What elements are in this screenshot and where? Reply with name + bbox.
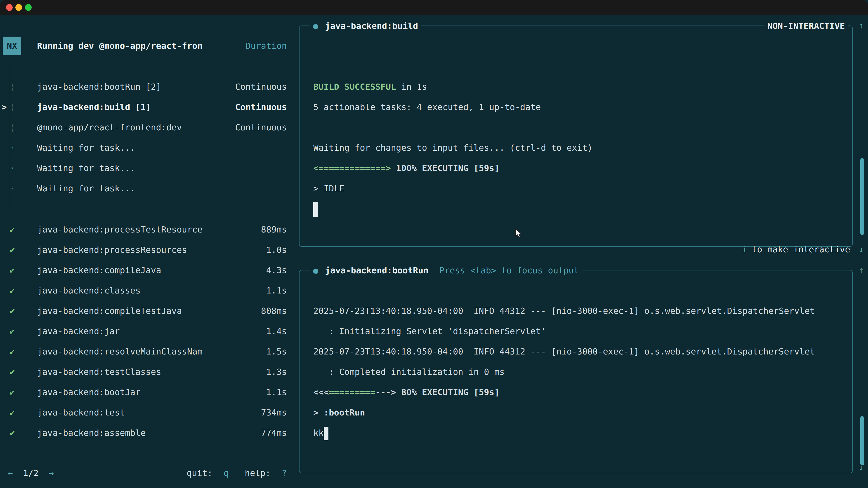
task-duration: 4.3s xyxy=(266,260,287,281)
terminal-cursor xyxy=(324,427,329,440)
task-row-waiting[interactable]: · Waiting for task... xyxy=(0,138,299,158)
build-waiting-line: Waiting for changes to input files... (c… xyxy=(313,138,852,158)
blank-line xyxy=(313,117,852,138)
task-status: Continuous xyxy=(235,97,287,117)
terminal-cursor xyxy=(313,202,318,217)
scroll-up-icon[interactable]: ↑ xyxy=(856,15,867,36)
completed-task-list: ✔ java-backend:processTestResource 889ms… xyxy=(0,219,299,443)
completed-task-row[interactable]: ✔ java-backend:bootJar 1.1s xyxy=(0,382,299,402)
interactive-hint-text: to make interactive xyxy=(747,239,850,260)
task-name: java-backend:bootJar xyxy=(37,382,266,402)
quit-label: quit: xyxy=(187,468,213,478)
completed-task-row[interactable]: ✔ java-backend:test 734ms xyxy=(0,402,299,423)
task-duration: 808ms xyxy=(261,301,287,321)
quit-key[interactable]: q xyxy=(223,468,229,478)
build-output: BUILD SUCCESSFUL in 1s 5 actionable task… xyxy=(300,26,852,246)
task-row-waiting[interactable]: · Waiting for task... xyxy=(0,158,299,178)
task-name: java-backend:resolveMainClassNam xyxy=(37,341,266,362)
mouse-cursor-arrow xyxy=(513,228,524,238)
close-button[interactable] xyxy=(6,4,13,11)
pagination: ← 1/2 → xyxy=(8,463,54,483)
task-duration: 1.0s xyxy=(266,240,287,260)
tree-tick-icon: ¦ xyxy=(8,117,17,138)
completed-task-row[interactable]: ✔ java-backend:classes 1.1s xyxy=(0,281,299,301)
interactive-key[interactable]: i xyxy=(742,239,747,260)
completed-task-row[interactable]: ✔ java-backend:processResources 1.0s xyxy=(0,240,299,260)
task-row-waiting[interactable]: · Waiting for task... xyxy=(0,178,299,199)
task-name: java-backend:processTestResource xyxy=(37,219,261,240)
task-status: Continuous xyxy=(235,76,287,97)
help-keys: quit: q help: ? xyxy=(187,463,287,483)
help-label: help: xyxy=(245,468,271,478)
sidebar-footer: ← 1/2 → quit: q help: ? xyxy=(0,463,299,483)
tree-tick-icon: ¦ xyxy=(8,76,17,97)
page-next-icon[interactable]: → xyxy=(49,463,54,483)
task-sidebar: NX Running dev @mono-app/react-fron Dura… xyxy=(0,15,299,488)
task-row[interactable]: ¦ java-backend:bootRun [2] Continuous xyxy=(0,76,299,97)
task-row-selected[interactable]: > ¦ java-backend:build [1] Continuous xyxy=(0,97,299,117)
task-name: java-backend:bootRun [2] xyxy=(37,76,235,97)
task-status: Continuous xyxy=(235,117,287,138)
task-name: java-backend:processResources xyxy=(37,240,266,260)
interactive-hint-footer: i to make interactive ↓ xyxy=(299,239,868,260)
sidebar-title: Running dev @mono-app/react-fron xyxy=(37,37,203,55)
completed-task-row[interactable]: ✔ java-backend:jar 1.4s xyxy=(0,321,299,341)
completed-task-row[interactable]: ✔ java-backend:compileJava 4.3s xyxy=(0,260,299,281)
check-icon: ✔ xyxy=(8,402,17,423)
task-name: @mono-app/react-frontend:dev xyxy=(37,117,235,138)
progress-suffix: ---> xyxy=(375,387,396,397)
task-duration: 1.3s xyxy=(266,362,287,382)
task-name: Waiting for task... xyxy=(37,138,287,158)
task-name: java-backend:compileJava xyxy=(37,260,266,281)
build-idle-line: > IDLE xyxy=(313,178,852,199)
bootrun-input-line: kk xyxy=(313,423,852,443)
terminal-cursor-line xyxy=(313,199,852,219)
waiting-dot-icon: · xyxy=(8,158,17,178)
completed-task-row[interactable]: ✔ java-backend:resolveMainClassNam 1.5s xyxy=(0,341,299,362)
minimize-button[interactable] xyxy=(16,4,22,11)
progress-text: 100% EXECUTING [59s] xyxy=(391,163,499,173)
build-summary-line: 5 actionable tasks: 4 executed, 1 up-to-… xyxy=(313,97,852,117)
waiting-dot-icon: · xyxy=(8,138,17,158)
scroll-down-icon[interactable]: ↓ xyxy=(859,239,864,260)
titlebar xyxy=(0,0,868,15)
typed-input[interactable]: kk xyxy=(313,428,324,438)
check-icon: ✔ xyxy=(8,281,17,301)
check-icon: ✔ xyxy=(8,362,17,382)
zoom-button[interactable] xyxy=(25,4,32,11)
build-success-text: BUILD SUCCESSFUL xyxy=(313,82,396,92)
task-name: java-backend:testClasses xyxy=(37,362,266,382)
task-row[interactable]: ¦ @mono-app/react-frontend:dev Continuou… xyxy=(0,117,299,138)
completed-task-row[interactable]: ✔ java-backend:processTestResource 889ms xyxy=(0,219,299,240)
scroll-up-icon[interactable]: ↑ xyxy=(856,260,867,280)
page-indicator: 1/2 xyxy=(23,463,39,483)
task-duration: 1.5s xyxy=(266,341,287,362)
check-icon: ✔ xyxy=(8,260,17,281)
page-prev-icon[interactable]: ← xyxy=(8,463,13,483)
help-key[interactable]: ? xyxy=(282,468,287,478)
bootrun-output: 2025-07-23T13:40:18.950-04:00 INFO 44312… xyxy=(300,270,852,473)
task-duration: 1.4s xyxy=(266,321,287,341)
completed-task-row[interactable]: ✔ java-backend:assemble 774ms xyxy=(0,423,299,443)
running-task-list: ¦ java-backend:bootRun [2] Continuous > … xyxy=(0,76,299,199)
progress-bar: <=============> xyxy=(313,163,391,173)
check-icon: ✔ xyxy=(8,321,17,341)
log-line: 2025-07-23T13:40:18.950-04:00 INFO 44312… xyxy=(313,301,852,321)
task-name: java-backend:classes xyxy=(37,281,266,301)
task-duration: 1.1s xyxy=(266,382,287,402)
build-success-line: BUILD SUCCESSFUL in 1s xyxy=(313,76,852,97)
task-name: java-backend:build [1] xyxy=(37,97,235,117)
bootrun-panel-scrollbar[interactable] xyxy=(860,416,864,465)
task-name: Waiting for task... xyxy=(37,178,287,199)
completed-task-row[interactable]: ✔ java-backend:compileTestJava 808ms xyxy=(0,301,299,321)
selection-pointer-icon: > xyxy=(2,97,7,117)
completed-task-row[interactable]: ✔ java-backend:testClasses 1.3s xyxy=(0,362,299,382)
progress-text: 80% EXECUTING [59s] xyxy=(396,387,500,397)
build-success-suffix: in 1s xyxy=(396,82,427,92)
task-duration: 734ms xyxy=(261,402,287,423)
check-icon: ✔ xyxy=(8,240,17,260)
build-panel-scrollbar[interactable] xyxy=(860,158,864,235)
check-icon: ✔ xyxy=(8,382,17,402)
check-icon: ✔ xyxy=(8,423,17,443)
check-icon: ✔ xyxy=(8,219,17,240)
